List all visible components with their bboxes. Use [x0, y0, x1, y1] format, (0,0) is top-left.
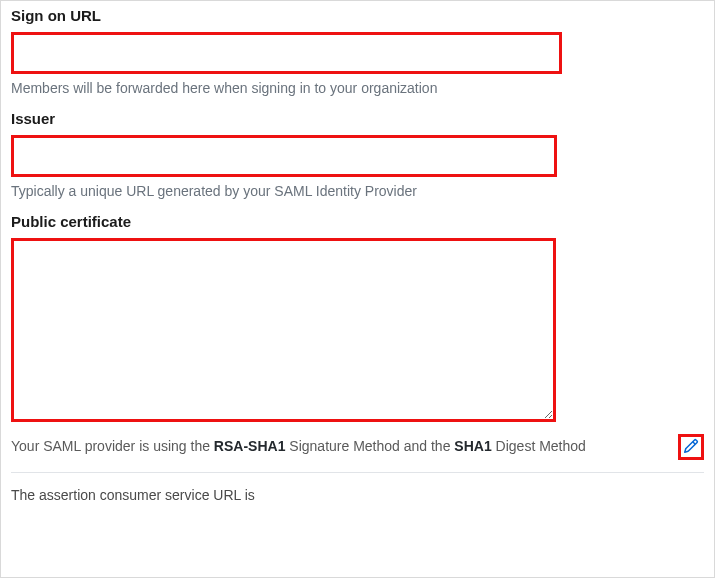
sign-on-url-label: Sign on URL	[11, 7, 704, 24]
issuer-input[interactable]	[14, 138, 554, 174]
edit-saml-methods-button[interactable]	[678, 434, 704, 460]
pencil-icon	[683, 438, 699, 457]
issuer-label: Issuer	[11, 110, 704, 127]
digest-method-value: SHA1	[454, 438, 491, 454]
public-certificate-field: Public certificate	[11, 213, 704, 422]
saml-method-summary-text: Your SAML provider is using the RSA-SHA1…	[11, 437, 586, 457]
issuer-field: Issuer Typically a unique URL generated …	[11, 110, 704, 199]
public-certificate-textarea[interactable]	[14, 241, 553, 419]
sign-on-url-helper: Members will be forwarded here when sign…	[11, 80, 704, 96]
sign-on-url-field: Sign on URL Members will be forwarded he…	[11, 7, 704, 96]
saml-settings-panel: Sign on URL Members will be forwarded he…	[0, 0, 715, 578]
saml-method-summary-row: Your SAML provider is using the RSA-SHA1…	[11, 428, 704, 473]
sign-on-url-input[interactable]	[14, 35, 559, 71]
public-certificate-label: Public certificate	[11, 213, 704, 230]
acs-url-row: The assertion consumer service URL is	[11, 473, 704, 503]
signature-method-value: RSA-SHA1	[214, 438, 286, 454]
acs-url-label: The assertion consumer service URL is	[11, 487, 255, 503]
issuer-helper: Typically a unique URL generated by your…	[11, 183, 704, 199]
